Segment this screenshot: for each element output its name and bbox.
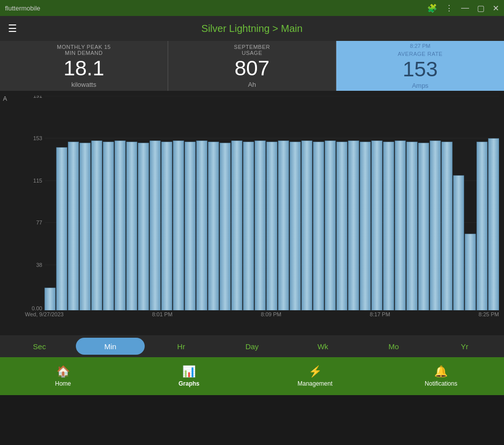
x-axis-labels: Wed, 9/27/2023 8:01 PM 8:09 PM 8:17 PM 8… — [25, 310, 499, 317]
x-label-2: 8:09 PM — [261, 311, 281, 317]
stat-september-usage-value: 807 — [235, 58, 269, 79]
svg-rect-20 — [138, 143, 149, 310]
svg-rect-41 — [383, 142, 394, 310]
svg-rect-37 — [336, 142, 347, 310]
svg-rect-23 — [173, 141, 184, 310]
app-name: fluttermobile — [5, 4, 40, 12]
svg-rect-17 — [103, 142, 114, 310]
stat-average-rate-label: AVERAGE RATE — [398, 51, 443, 57]
svg-rect-31 — [266, 142, 277, 310]
svg-rect-22 — [162, 142, 172, 310]
svg-rect-14 — [68, 142, 78, 310]
svg-rect-30 — [255, 141, 265, 310]
svg-rect-13 — [56, 148, 67, 310]
stat-monthly-peak-label: MONTHLY PEAK 15MIN DEMAND — [57, 44, 111, 56]
svg-rect-27 — [220, 143, 231, 310]
svg-rect-45 — [430, 141, 441, 310]
nav-management-label: Management — [297, 380, 332, 387]
stat-monthly-peak-value: 18.1 — [63, 58, 104, 79]
svg-rect-39 — [360, 142, 370, 310]
nav-management[interactable]: ⚡ Management — [252, 357, 378, 395]
x-label-0: Wed, 9/27/2023 — [25, 311, 63, 317]
svg-rect-32 — [278, 141, 288, 310]
svg-rect-18 — [115, 141, 125, 310]
title-bar-controls: 🧩 ⋮ — ▢ ✕ — [427, 3, 499, 13]
tab-yr[interactable]: Yr — [430, 338, 499, 355]
menu-button[interactable]: ☰ — [8, 22, 17, 34]
bottom-nav: 🏠 Home 📊 Graphs ⚡ Management 🔔 Notificat… — [0, 357, 504, 395]
notifications-icon: 🔔 — [434, 365, 448, 378]
tab-min[interactable]: Min — [76, 338, 145, 355]
nav-notifications-label: Notifications — [425, 380, 457, 387]
svg-rect-15 — [80, 143, 90, 310]
page-title: Silver Lightning > Main — [202, 23, 303, 34]
stat-monthly-peak-unit: kilowatts — [71, 81, 96, 88]
svg-rect-24 — [185, 142, 195, 310]
nav-notifications[interactable]: 🔔 Notifications — [378, 357, 504, 395]
nav-home-label: Home — [55, 380, 71, 387]
svg-rect-50 — [489, 139, 499, 310]
more-icon[interactable]: ⋮ — [445, 3, 453, 13]
chart-svg: 191 153 115 77 38 0.00 — [25, 96, 499, 310]
svg-text:77: 77 — [36, 220, 42, 225]
stat-september-usage-label: SEPTEMBERUSAGE — [234, 44, 270, 56]
chart-area: A 191 153 115 77 38 0.00 — [0, 91, 504, 335]
svg-rect-43 — [407, 142, 417, 310]
svg-rect-29 — [243, 142, 253, 310]
svg-rect-40 — [372, 141, 382, 310]
tab-hr[interactable]: Hr — [147, 338, 216, 355]
svg-rect-34 — [301, 141, 312, 310]
nav-graphs-label: Graphs — [179, 380, 200, 387]
svg-rect-28 — [232, 141, 242, 310]
home-icon: 🏠 — [56, 365, 70, 378]
puzzle-icon[interactable]: 🧩 — [427, 3, 437, 13]
svg-rect-36 — [325, 141, 335, 310]
stat-average-rate-value: 153 — [403, 59, 438, 80]
stat-monthly-peak: MONTHLY PEAK 15MIN DEMAND 18.1 kilowatts — [0, 41, 168, 91]
title-bar-left: fluttermobile — [5, 4, 40, 12]
x-label-1: 8:01 PM — [152, 311, 173, 317]
svg-rect-38 — [348, 141, 359, 310]
graphs-icon: 📊 — [182, 365, 196, 378]
minimize-icon[interactable]: — — [461, 3, 469, 12]
svg-rect-19 — [126, 142, 137, 310]
svg-rect-49 — [477, 142, 487, 310]
stat-average-rate-unit: Amps — [412, 82, 428, 89]
tab-day[interactable]: Day — [218, 338, 286, 355]
svg-rect-21 — [150, 141, 160, 310]
stat-september-usage-unit: Ah — [248, 81, 256, 88]
svg-rect-47 — [453, 176, 464, 310]
maximize-icon[interactable]: ▢ — [477, 3, 485, 13]
title-bar: fluttermobile 🧩 ⋮ — ▢ ✕ — [0, 0, 504, 16]
tab-sec[interactable]: Sec — [5, 338, 74, 355]
svg-rect-44 — [418, 143, 429, 310]
tab-mo[interactable]: Mo — [359, 338, 428, 355]
svg-text:0.00: 0.00 — [31, 305, 42, 310]
stat-september-usage: SEPTEMBERUSAGE 807 Ah — [168, 41, 336, 91]
svg-rect-35 — [313, 142, 324, 310]
stat-average-rate-time: 8:27 PM — [410, 43, 431, 49]
y-axis-label: A — [3, 95, 7, 102]
nav-graphs[interactable]: 📊 Graphs — [126, 357, 252, 395]
svg-rect-12 — [45, 288, 55, 310]
svg-rect-42 — [395, 141, 405, 310]
svg-rect-33 — [290, 142, 300, 310]
stats-bar: MONTHLY PEAK 15MIN DEMAND 18.1 kilowatts… — [0, 41, 504, 91]
nav-home[interactable]: 🏠 Home — [0, 357, 126, 395]
x-label-3: 8:17 PM — [370, 311, 390, 317]
svg-text:115: 115 — [33, 178, 42, 184]
svg-text:153: 153 — [33, 135, 42, 141]
close-icon[interactable]: ✕ — [493, 3, 499, 13]
tab-wk[interactable]: Wk — [288, 338, 357, 355]
svg-text:191: 191 — [33, 96, 42, 99]
svg-rect-46 — [442, 142, 452, 310]
management-icon: ⚡ — [308, 365, 322, 378]
stat-average-rate: 8:27 PM AVERAGE RATE 153 Amps — [336, 41, 504, 91]
x-label-4: 8:25 PM — [479, 311, 499, 317]
svg-rect-26 — [208, 142, 219, 310]
svg-rect-25 — [197, 141, 207, 310]
svg-text:38: 38 — [36, 262, 42, 268]
svg-rect-16 — [91, 141, 102, 310]
svg-rect-48 — [465, 234, 476, 310]
time-tabs: Sec Min Hr Day Wk Mo Yr — [0, 335, 504, 357]
